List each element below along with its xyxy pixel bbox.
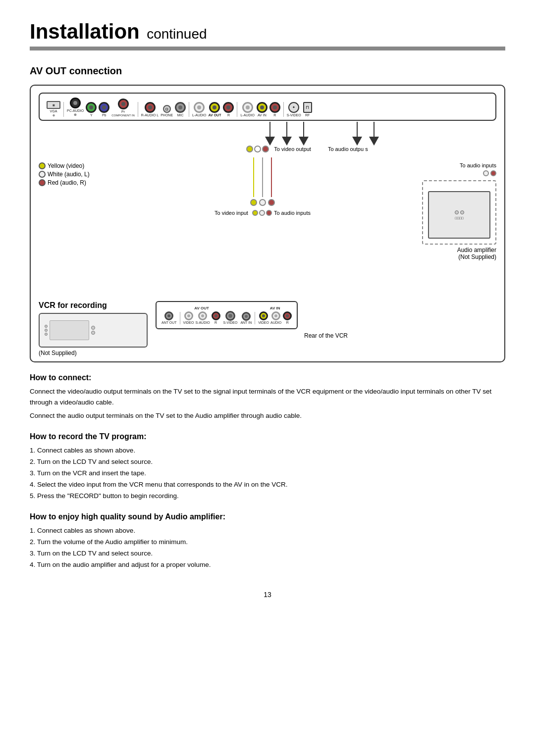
mic-connector: MIC (175, 102, 186, 117)
to-video-output-label: To video output (274, 146, 311, 152)
rf-connector: ⊓ RF (303, 102, 312, 117)
av-in-audio-r: R (269, 102, 280, 117)
vcr-rear-panel: ANT OUT AV OUT VIDEO S-AUDIO (156, 301, 298, 329)
component-y: Y (86, 102, 97, 117)
vga-connector: ▦ VGA ⊕ (47, 101, 60, 117)
how-to-record-section: How to record the TV program: 1. Connect… (30, 432, 505, 502)
vcr-for-recording-label: VCR for recording (39, 301, 148, 310)
list-item: 1. Connect cables as shown above. (30, 445, 505, 456)
how-to-connect-section: How to connect: Connect the video/audio … (30, 373, 505, 421)
page-title: Installation continued (30, 20, 505, 44)
how-to-connect-title: How to connect: (30, 373, 505, 382)
vcr-box (39, 313, 148, 348)
av-out-video: AV OUT (209, 102, 221, 117)
list-item: 2. Turn the volume of the Audio amplifie… (30, 537, 505, 548)
phone-connector: Ω PHONE (160, 105, 173, 117)
to-audio-inputs-amp-label: To audio inputs (460, 162, 496, 168)
how-to-connect-text2: Connect the audio output terminals on th… (30, 410, 505, 421)
list-item: 4. Turn on the audio amplifier and adjus… (30, 559, 505, 571)
to-video-input-label: To video input (214, 210, 248, 216)
list-item: 5. Press the "RECORD" button to begin re… (30, 491, 505, 502)
amplifier-box: □□□□ (428, 191, 490, 239)
list-item: 2. Turn on the LCD TV and select source. (30, 456, 505, 468)
how-to-enjoy-title: How to enjoy high quality sound by Audio… (30, 512, 505, 521)
list-item: 4. Select the video input from the VCR m… (30, 479, 505, 491)
how-to-enjoy-list: 1. Connect cables as shown above. 2. Tur… (30, 525, 505, 571)
av-in-video: AV IN (257, 102, 268, 117)
list-item: 1. Connect cables as shown above. (30, 525, 505, 537)
list-item: 3. Turn on the VCR and insert the tape. (30, 468, 505, 479)
not-supplied-amp-label: (Not Supplied) (457, 253, 496, 260)
how-to-connect-text1: Connect the video/audio output terminals… (30, 386, 505, 407)
pc-audio-connector: PC-AUDIO ⊕ (67, 98, 84, 117)
how-to-record-title: How to record the TV program: (30, 432, 505, 441)
how-to-record-list: 1. Connect cables as shown above. 2. Tur… (30, 445, 505, 502)
av-in-audio-l: L-AUDIO (240, 102, 254, 117)
r-audio-l: R-AUDIO L (141, 102, 159, 117)
av-out-audio-r: R (223, 102, 234, 117)
component-pr: Pr COMPONENT IN (111, 99, 135, 117)
legend: Yellow (video) White (audio, L) Red (aud… (39, 157, 128, 296)
tv-panel: ▦ VGA ⊕ PC-AUDIO ⊕ Y Pb Pr COMPONENT IN (39, 93, 496, 121)
component-pb: Pb (99, 102, 109, 117)
page-number: 13 (30, 591, 505, 599)
to-audio-inputs-label: To audio inputs (274, 210, 311, 216)
diagram-box: ▦ VGA ⊕ PC-AUDIO ⊕ Y Pb Pr COMPONENT IN (30, 85, 505, 362)
list-item: 3. Turn on the LCD TV and select source. (30, 548, 505, 559)
audio-amplifier-label: Audio amplifier (457, 247, 496, 253)
av-out-audio-l: L-AUDIO (192, 102, 206, 117)
to-audio-output-label: To audio outpu s (328, 146, 368, 152)
s-video-connector: ✦ S-VIDEO (287, 102, 301, 117)
title-bar (30, 47, 505, 50)
how-to-enjoy-section: How to enjoy high quality sound by Audio… (30, 512, 505, 571)
section-title: AV OUT connection (30, 65, 505, 77)
rear-of-vcr-label: Rear of the VCR (156, 332, 496, 339)
not-supplied-label: (Not Supplied) (39, 350, 148, 356)
